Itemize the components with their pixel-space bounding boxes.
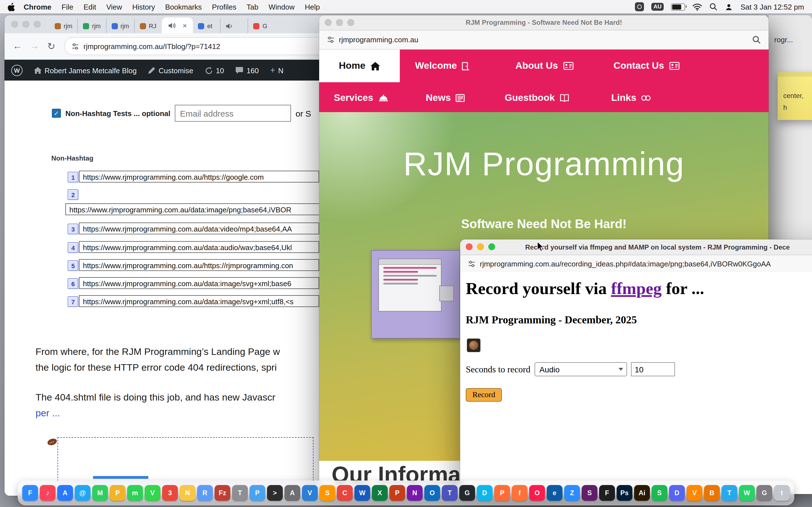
row-number-chip[interactable]: 7 [68,296,79,307]
browser-tab[interactable]: rjm [50,18,78,33]
dock-icon[interactable]: V [145,485,160,501]
wp-customise[interactable]: Customise [148,66,193,75]
window-controls[interactable] [466,243,495,250]
back-button[interactable]: ← [10,41,25,52]
row-number-chip[interactable]: 3 [68,224,79,234]
nav-about-us[interactable]: About Us [515,50,573,82]
dock-icon[interactable]: V [302,485,318,501]
minimize-window-button[interactable] [336,19,343,26]
dock-icon[interactable]: T [232,485,248,501]
row-number-chip[interactable]: 4 [68,242,79,253]
dock-icon[interactable]: M [92,485,108,501]
dock-icon[interactable]: R [197,485,213,501]
site-settings-icon[interactable] [468,260,475,268]
tab-close-icon[interactable]: × [183,22,187,29]
dock-icon[interactable]: P [110,485,125,501]
dock-icon[interactable]: S [319,485,335,501]
seconds-input[interactable] [631,362,675,376]
site-settings-icon[interactable] [71,43,79,50]
url-field[interactable]: https://www.rjmprogramming.com.au/data:i… [65,203,320,215]
dock-icon[interactable]: T [721,485,737,501]
dock-icon[interactable]: P [494,485,510,501]
browser-tab[interactable] [220,18,248,33]
menu-item[interactable]: Window [264,3,300,11]
menu-item[interactable]: Profiles [207,3,242,11]
nav-news[interactable]: News [426,82,465,113]
wifi-icon[interactable] [693,3,702,10]
browser-tab[interactable]: RJ [134,18,162,33]
menu-item[interactable]: Tab [242,3,264,11]
wp-updates[interactable]: 10 [204,66,224,75]
dock-icon[interactable]: C [337,485,353,501]
dock-icon[interactable]: X [372,485,388,501]
close-window-button[interactable] [466,243,472,250]
dock-icon[interactable]: A [57,485,73,501]
url-field[interactable]: https://www.rjmprogramming.com.au/https:… [79,171,319,182]
window-controls[interactable] [325,19,354,26]
browser-tab[interactable]: G [248,18,275,33]
email-input[interactable] [175,105,291,122]
dock-icon[interactable]: W [354,485,370,501]
dock-icon[interactable]: e [547,485,562,501]
zoom-window-button[interactable] [347,19,354,26]
browser-tab[interactable]: rjm [78,18,106,33]
dock-icon[interactable]: > [267,485,283,501]
active-browser-tab[interactable]: × [162,17,193,33]
ffmpeg-link[interactable]: ffmpeg [611,279,662,297]
menubar-status-icon[interactable] [635,2,644,11]
dock-icon[interactable]: S [652,485,667,501]
url-field[interactable]: https://www.rjmprogramming.com.au/data:i… [79,295,319,307]
nav-services[interactable]: Services [334,82,389,113]
window-controls[interactable] [11,21,41,27]
nav-home[interactable]: Home [319,50,400,82]
menu-item[interactable]: File [56,3,79,11]
dock-icon[interactable]: Z [564,485,580,501]
dock-icon[interactable]: G [756,485,772,501]
row-number-chip[interactable]: 2 [68,189,79,200]
record-button[interactable]: Record [466,388,502,402]
address-bar[interactable]: rjmprogramming.com.au/recording_ideas.ph… [460,255,812,273]
zoom-window-button[interactable] [488,243,495,250]
address-bar[interactable]: rjmprogramming.com.au [319,31,769,50]
dock-icon[interactable]: O [424,485,440,501]
dock-icon[interactable]: G [459,485,475,501]
url-field[interactable]: https://www.rjmprogramming.com.au/data:v… [79,223,319,234]
dock-icon[interactable]: V [687,485,702,501]
spotlight-icon[interactable] [710,3,718,11]
wp-new[interactable]: + N [270,65,283,75]
browser-tab[interactable]: et [193,18,220,33]
close-window-button[interactable] [11,21,18,27]
dock-icon[interactable]: @ [75,485,91,501]
dock-icon[interactable]: F [22,485,38,501]
zoom-window-button[interactable] [34,21,41,27]
minimize-window-button[interactable] [477,243,484,250]
wordpress-logo-icon[interactable]: W [11,65,22,76]
battery-icon[interactable] [671,3,686,10]
row-number-chip[interactable]: 5 [68,260,79,271]
menu-item[interactable]: Edit [79,3,101,11]
keyboard-layout-badge[interactable]: AU [651,3,664,11]
menu-bar-clock[interactable]: Sat 3 Jan 12:52 pm [741,3,804,11]
dock-icon[interactable]: Ai [634,485,650,501]
url-field[interactable]: https://www.rjmprogramming.com.au/data:i… [79,277,319,289]
record-type-select[interactable]: Audio [534,362,627,376]
wp-comments[interactable]: 160 [235,66,259,75]
dock-icon[interactable]: Ps [617,485,632,501]
dock-icon[interactable]: P [389,485,405,501]
menu-item[interactable]: Chrome [18,3,56,11]
dock-icon[interactable]: P [250,485,265,501]
search-icon[interactable] [752,36,761,44]
url-field[interactable]: https://www.rjmprogramming.com.au/data:a… [79,241,319,253]
nav-contact-us[interactable]: Contact Us [613,50,679,82]
dock-icon[interactable]: F [599,485,615,501]
reload-button[interactable]: ↻ [44,40,59,52]
dock-icon[interactable]: T [442,485,458,501]
menu-item[interactable]: Bookmarks [160,3,207,11]
dock-icon[interactable]: Fz [214,485,231,501]
checkbox-checked[interactable]: ✓ [52,109,61,118]
forward-button[interactable]: → [27,41,42,52]
nav-welcome[interactable]: Welcome [415,50,470,82]
wp-site-name[interactable]: Robert James Metcalfe Blog [34,66,137,75]
dock-icon[interactable]: W [739,485,755,501]
site-settings-icon[interactable] [327,36,335,43]
